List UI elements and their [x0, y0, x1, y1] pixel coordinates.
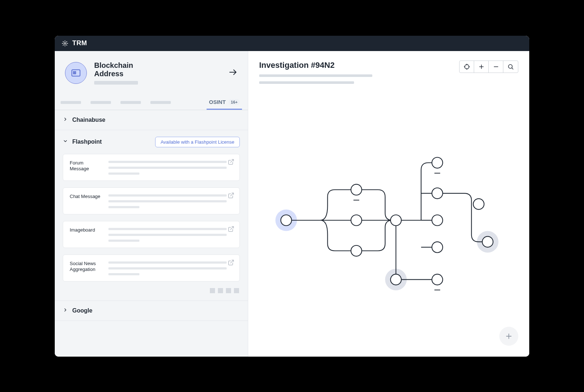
entity-title-line2: Address	[94, 70, 123, 78]
svg-point-51	[391, 274, 402, 285]
tab-placeholder[interactable]	[61, 101, 81, 104]
svg-point-47	[432, 157, 443, 168]
osint-card-type: Social News Aggregation	[70, 261, 100, 273]
investigation-title: Investigation #94N2	[259, 61, 372, 70]
entity-title-line1: Blockchain	[94, 61, 133, 69]
investigation-subtitle-placeholder	[259, 74, 372, 77]
svg-point-0	[64, 43, 66, 44]
section-flashpoint-title: Flashpoint	[72, 139, 102, 145]
osint-card-socialnews[interactable]: Social News Aggregation	[63, 255, 240, 282]
section-flashpoint-body: Forum Message Chat Message	[55, 154, 248, 300]
osint-sections: Chainabuse Flashpoint Available with a F…	[55, 110, 248, 357]
pager-dot[interactable]	[234, 288, 239, 293]
tab-osint-label: OSINT	[209, 99, 226, 105]
svg-point-49	[432, 215, 443, 226]
section-google: Google	[55, 301, 248, 321]
osint-card-placeholder-lines	[108, 160, 233, 175]
svg-line-8	[63, 44, 64, 45]
add-node-button[interactable]	[499, 327, 518, 346]
osint-card-forum[interactable]: Forum Message	[63, 154, 240, 181]
section-google-header[interactable]: Google	[55, 301, 248, 321]
tab-placeholder[interactable]	[120, 101, 141, 104]
chevron-right-icon	[63, 307, 68, 314]
svg-point-25	[508, 65, 512, 69]
external-link-icon[interactable]	[228, 192, 234, 200]
svg-line-5	[63, 41, 64, 42]
pager-dot[interactable]	[210, 288, 215, 293]
tab-osint-badge: 16+	[228, 99, 240, 105]
section-chainabuse-header[interactable]: Chainabuse	[55, 110, 248, 130]
svg-line-6	[66, 44, 67, 45]
search-button[interactable]	[503, 61, 518, 73]
svg-point-48	[432, 188, 443, 199]
external-link-icon[interactable]	[228, 226, 234, 234]
graph-canvas[interactable]	[263, 98, 515, 342]
svg-line-7	[66, 41, 67, 42]
svg-point-52	[432, 274, 443, 285]
content-split: Blockchain Address OS	[55, 51, 529, 357]
svg-line-15	[231, 226, 234, 229]
tab-osint[interactable]: OSINT 16+	[207, 96, 242, 110]
section-chainabuse: Chainabuse	[55, 110, 248, 130]
graph-toolbar	[459, 61, 518, 73]
svg-point-53	[473, 198, 484, 209]
tab-placeholder[interactable]	[91, 101, 111, 104]
title-bar: TRM	[55, 36, 529, 51]
osint-card-imageboard[interactable]: Imageboard	[63, 221, 240, 248]
recenter-button[interactable]	[460, 61, 474, 73]
svg-point-54	[482, 236, 493, 247]
svg-point-11	[74, 72, 75, 73]
svg-point-42	[281, 215, 292, 226]
arrow-right-icon[interactable]	[228, 67, 238, 78]
entity-subtitle-placeholder	[94, 81, 138, 85]
external-link-icon[interactable]	[228, 259, 234, 267]
osint-card-type: Forum Message	[70, 160, 100, 172]
svg-line-13	[231, 159, 234, 162]
external-link-icon[interactable]	[228, 159, 234, 167]
pager	[63, 288, 240, 295]
svg-point-43	[351, 184, 362, 195]
left-pane: Blockchain Address OS	[55, 51, 248, 357]
chevron-down-icon	[63, 139, 68, 145]
brand-name: TRM	[72, 39, 87, 47]
section-google-title: Google	[72, 307, 92, 314]
entity-header: Blockchain Address	[55, 51, 248, 85]
pager-dot[interactable]	[226, 288, 231, 293]
zoom-out-button[interactable]	[489, 61, 503, 73]
right-pane: Investigation #94N2	[248, 51, 529, 357]
svg-point-50	[432, 242, 443, 253]
svg-point-45	[351, 245, 362, 256]
brand-icon	[61, 40, 69, 47]
osint-card-type: Imageboard	[70, 227, 100, 233]
svg-point-46	[391, 215, 402, 226]
osint-card-type: Chat Message	[70, 194, 100, 199]
tabs-bar: OSINT 16+	[55, 96, 248, 110]
svg-line-14	[231, 193, 234, 196]
chevron-right-icon	[63, 117, 68, 123]
svg-point-44	[351, 215, 362, 226]
osint-card-placeholder-lines	[108, 261, 233, 275]
entity-title: Blockchain Address	[94, 61, 221, 85]
investigation-subtitle-placeholder	[259, 81, 354, 84]
svg-line-26	[512, 68, 513, 69]
svg-line-16	[231, 260, 234, 263]
section-chainabuse-title: Chainabuse	[72, 117, 105, 123]
osint-card-placeholder-lines	[108, 227, 233, 242]
section-flashpoint-header[interactable]: Flashpoint Available with a Flashpoint L…	[55, 130, 248, 154]
investigation-header: Investigation #94N2	[248, 51, 529, 84]
osint-card-placeholder-lines	[108, 194, 233, 208]
pager-dot[interactable]	[218, 288, 223, 293]
section-flashpoint: Flashpoint Available with a Flashpoint L…	[55, 130, 248, 301]
tab-placeholder[interactable]	[150, 101, 171, 104]
zoom-in-button[interactable]	[474, 61, 489, 73]
flashpoint-license-chip[interactable]: Available with a Flashpoint License	[155, 137, 240, 147]
app-window: TRM Blockchain Address	[55, 36, 529, 357]
entity-avatar	[65, 62, 87, 84]
osint-card-chat[interactable]: Chat Message	[63, 187, 240, 214]
